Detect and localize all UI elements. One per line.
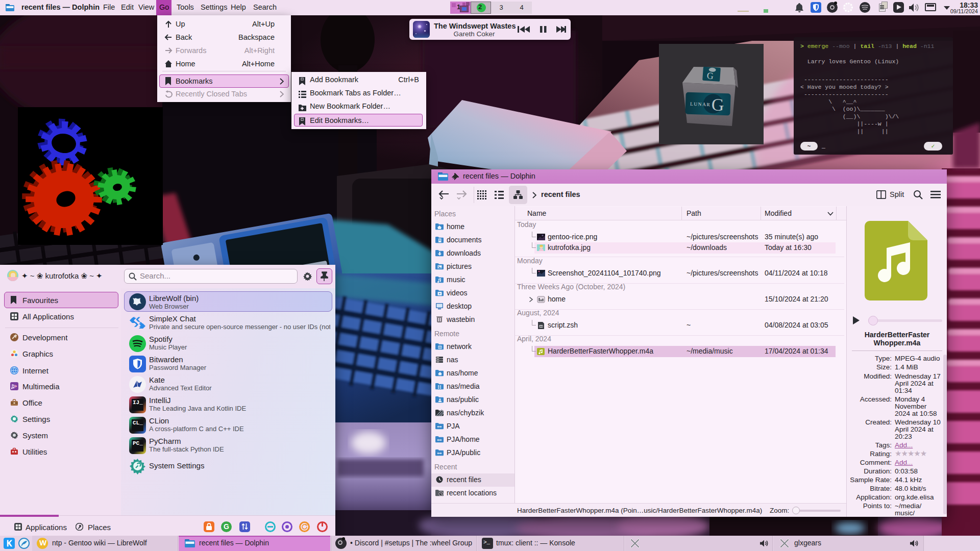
svg-text:G: G [706, 70, 714, 81]
svg-text:G: G [711, 95, 724, 114]
svg-text:LUNAR: LUNAR [690, 102, 711, 107]
